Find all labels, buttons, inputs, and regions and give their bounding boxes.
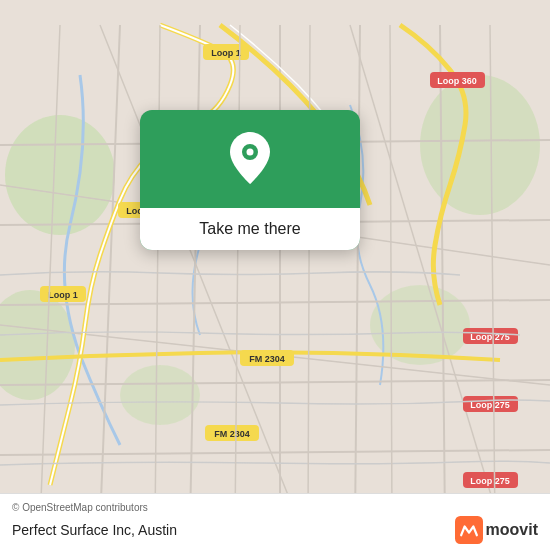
svg-point-5 [120,365,200,425]
popup-card: Take me there [140,110,360,250]
svg-text:Loop 1: Loop 1 [211,48,241,58]
map-container: Loop 1 Loop 360 Loop 1 Loop 1 FM 2304 FM… [0,0,550,550]
svg-text:Loop 275: Loop 275 [470,476,510,486]
svg-point-1 [5,115,115,235]
moovit-text: moovit [486,521,538,539]
moovit-logo: moovit [455,516,538,544]
take-me-there-button[interactable]: Take me there [140,208,360,250]
svg-text:Loop 1: Loop 1 [48,290,78,300]
location-pin-icon [222,130,278,186]
location-name-row: Perfect Surface Inc, Austin moovit [12,516,538,544]
location-name: Perfect Surface Inc, Austin [12,522,177,538]
svg-point-2 [420,75,540,215]
map-background: Loop 1 Loop 360 Loop 1 Loop 1 FM 2304 FM… [0,0,550,550]
copyright-text: © OpenStreetMap contributors [12,502,538,513]
svg-text:FM 2304: FM 2304 [249,354,285,364]
svg-rect-46 [455,516,483,544]
svg-text:FM 2304: FM 2304 [214,429,250,439]
bottom-bar: © OpenStreetMap contributors Perfect Sur… [0,493,550,550]
svg-point-45 [247,149,254,156]
svg-text:Loop 360: Loop 360 [437,76,477,86]
